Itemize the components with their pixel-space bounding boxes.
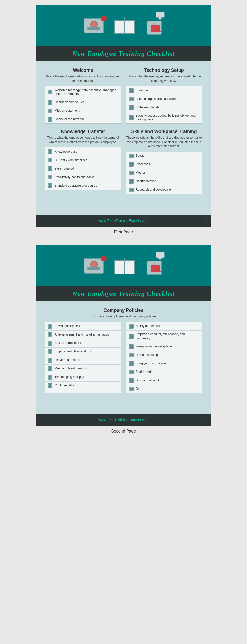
checkbox[interactable] <box>48 109 52 113</box>
page1-top-sections: Welcome This is the employee's introduct… <box>45 68 202 124</box>
id-plus-symbol-2: + <box>101 256 107 261</box>
checkbox[interactable] <box>129 378 134 383</box>
welcome-section: Welcome This is the employee's introduct… <box>45 68 121 124</box>
item-text: Bring your own device <box>136 361 166 366</box>
item-text: Documentation <box>136 179 156 183</box>
knowledge-checklist: Knowledge base Currently work timelines … <box>45 147 121 190</box>
item-text: Safety and health <box>136 324 160 328</box>
checkbox[interactable] <box>129 154 134 158</box>
policies-desc: This briefs the employee on all company … <box>45 314 202 319</box>
list-item: Meal and break periods <box>45 365 121 373</box>
list-item: Employment classifications <box>45 348 121 356</box>
checkbox[interactable] <box>48 175 52 179</box>
item-text: Software tutorials <box>136 105 160 110</box>
id-card-icon: + <box>84 18 104 33</box>
skills-checklist: Safety Processes Metrics Documentat <box>126 152 202 194</box>
policies-title: Company Policies <box>45 308 202 313</box>
list-item: Documentation <box>126 177 202 186</box>
checkbox[interactable] <box>129 179 134 184</box>
checkbox[interactable] <box>48 324 52 329</box>
list-item: Social media <box>126 368 202 376</box>
checkbox[interactable] <box>48 117 52 122</box>
coffee-machine-icon <box>145 17 163 35</box>
item-text: Safety <box>136 154 144 158</box>
checkbox[interactable] <box>48 100 52 105</box>
list-item: Weapons in the workplace <box>126 342 202 351</box>
checkbox[interactable] <box>48 183 52 188</box>
item-text: Employee conduct, attendance, and punctu… <box>136 332 199 340</box>
checkbox[interactable] <box>129 97 134 101</box>
page1-header: + ✦ <box>36 5 211 46</box>
page1-content: Welcome This is the employee's introduct… <box>36 61 211 215</box>
item-text: Standard operating procedures <box>55 184 97 188</box>
page-2: + ✦ <box>0 245 247 437</box>
checkbox[interactable] <box>48 90 52 94</box>
item-text: Meal and break periods <box>55 367 87 371</box>
checkbox[interactable] <box>48 166 52 171</box>
list-item: Currently work timelines <box>45 156 121 164</box>
page1-label: First Page <box>0 227 247 237</box>
item-text: Employment classifications <box>55 350 92 354</box>
checkbox[interactable] <box>48 149 52 154</box>
item-text: Mission statement <box>55 109 80 113</box>
list-item: Company core values <box>45 98 121 107</box>
policies-checklist-cols: At-will employment Anti-harassment and n… <box>45 322 202 393</box>
item-text: Equipment <box>136 89 150 93</box>
item-text: Account logins and passwords <box>136 97 177 101</box>
page-number: 1 <box>205 220 207 224</box>
checkbox[interactable] <box>48 366 52 371</box>
checkbox[interactable] <box>129 334 134 339</box>
checkbox[interactable] <box>129 171 134 175</box>
book-icon: ✦ <box>114 17 135 34</box>
item-text: Remote working <box>136 353 158 357</box>
checkbox[interactable] <box>129 188 134 192</box>
checkbox[interactable] <box>48 358 52 363</box>
skills-desc: These include all the skills that are de… <box>126 136 202 148</box>
item-text: Welcome message from executive, manager,… <box>55 88 118 96</box>
item-text: Social media <box>136 370 153 374</box>
footer-url: www.TeamTrainingExperts.com <box>98 219 149 223</box>
list-item: Goals for the new hire <box>45 115 121 123</box>
checkbox[interactable] <box>129 105 134 110</box>
item-text: Metrics <box>136 171 146 175</box>
knowledge-desc: This is what the employee needs to know … <box>45 136 121 144</box>
skills-section: Skills and Workplace Training These incl… <box>126 129 202 194</box>
list-item: Skills required <box>45 164 121 173</box>
checkbox[interactable] <box>48 158 52 162</box>
list-item: Sexual harassment <box>45 339 121 348</box>
checkbox[interactable] <box>48 332 52 337</box>
item-text: Timekeeping and pay <box>55 375 84 379</box>
list-item: Processes <box>126 160 202 169</box>
id-plus-symbol: + <box>101 16 107 21</box>
page-1: + ✦ <box>0 5 247 237</box>
checkbox[interactable] <box>129 324 134 329</box>
checkbox[interactable] <box>48 383 52 388</box>
list-item: At-will employment <box>45 322 121 331</box>
list-item: Other <box>126 385 202 393</box>
checkbox[interactable] <box>129 387 134 391</box>
checkbox[interactable] <box>48 341 52 346</box>
checkbox[interactable] <box>129 361 134 366</box>
list-item: Safety <box>126 152 202 160</box>
checkbox[interactable] <box>129 370 134 374</box>
list-item: Research and development <box>126 186 202 194</box>
checkbox[interactable] <box>129 88 134 93</box>
technology-section: Technology Setup This is what the employ… <box>126 68 202 124</box>
list-item: Welcome message from executive, manager,… <box>45 86 121 98</box>
knowledge-section: Knowledge Transfer This is what the empl… <box>45 129 121 194</box>
checkbox[interactable] <box>129 344 134 349</box>
checkbox[interactable] <box>129 115 134 120</box>
speech-bubble-icon <box>156 12 165 18</box>
list-item: Drug and alcohol <box>126 376 202 385</box>
checkbox[interactable] <box>48 375 52 380</box>
page2-title-bar: New Employee Training Checklist <box>36 286 211 301</box>
checkbox[interactable] <box>48 349 52 354</box>
list-item: Mission statement <box>45 107 121 115</box>
speech-bubble-icon-2 <box>156 252 165 258</box>
list-item: Knowledge base <box>45 147 121 156</box>
page2-footer: www.TeamTrainingExperts.com 2 <box>36 414 211 426</box>
list-item: Equipment <box>126 86 202 95</box>
list-item: Confidentiality <box>45 382 121 390</box>
checkbox[interactable] <box>129 353 134 357</box>
checkbox[interactable] <box>129 162 134 167</box>
